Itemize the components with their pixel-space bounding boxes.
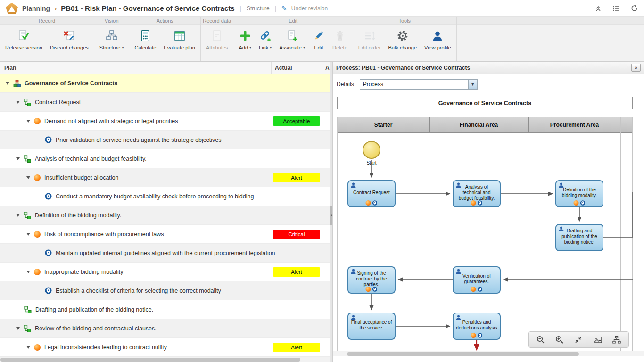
tree-row-control-budget-check[interactable]: Conduct a mandatory budget availability … <box>0 187 330 206</box>
hierarchy-icon[interactable] <box>609 333 625 346</box>
diagram-horizontal-scrollbar[interactable] <box>333 351 644 356</box>
view-profile-button[interactable]: View profile <box>421 25 455 60</box>
person-icon <box>351 315 356 321</box>
tree-row-risk-budget[interactable]: Insufficient budget allocation Alert <box>0 168 330 187</box>
zoom-in-icon[interactable] <box>552 333 568 346</box>
scrollbar-thumb[interactable] <box>347 352 579 356</box>
tree-row-risk-modality[interactable]: Inappropriate bidding modality Alert <box>0 263 330 281</box>
calculate-icon <box>139 29 151 43</box>
lane-header: Financial Area <box>429 117 528 133</box>
link-icon <box>259 29 272 43</box>
edit-order-button: Edit order <box>355 25 385 60</box>
lane-header <box>621 117 632 133</box>
breadcrumb[interactable]: Planning <box>22 5 50 12</box>
tree-row-control-guidelines[interactable]: Maintain updated internal guidelines ali… <box>0 244 330 263</box>
node-badges <box>471 333 483 338</box>
tree-row-risk-noncompliance[interactable]: Risk of noncompliance with procurement l… <box>0 225 330 244</box>
collapse-arrow-icon[interactable] <box>26 271 30 273</box>
node-badges <box>366 200 378 206</box>
node-penalties-analysis[interactable]: Penalties and deductions analysis <box>453 313 501 340</box>
risk-icon <box>471 200 476 206</box>
start-event[interactable] <box>363 141 380 159</box>
evaluate-plan-button[interactable]: Evaluate plan <box>160 25 199 60</box>
collapse-arrow-icon[interactable] <box>26 233 30 236</box>
collapse-arrow-icon[interactable] <box>26 346 30 349</box>
collapse-toolbar-icon[interactable] <box>594 4 603 13</box>
node-final-acceptance[interactable]: Final acceptance of the service. <box>347 313 396 340</box>
person-icon <box>559 226 564 233</box>
scrollbar-thumb[interactable] <box>0 358 300 362</box>
risk-icon <box>34 174 41 181</box>
collapse-arrow-icon[interactable] <box>26 120 30 123</box>
group-label: Vision <box>94 17 129 25</box>
list-view-icon[interactable] <box>612 4 620 13</box>
status-badge: Alert <box>273 267 320 277</box>
node-badges <box>366 287 378 292</box>
node-definition-modality[interactable]: Definition of the bidding modality. <box>555 180 603 207</box>
add-button[interactable]: Add▾ <box>235 25 255 60</box>
button-label: View profile <box>424 45 451 50</box>
refresh-icon[interactable] <box>630 4 638 13</box>
fit-screen-icon[interactable] <box>570 333 586 346</box>
discard-changes-button[interactable]: Discard changes <box>46 25 92 60</box>
page-title: PB01 - Risk Plan - Governance of Service… <box>61 4 234 12</box>
collapse-arrow-icon[interactable] <box>16 327 20 330</box>
tree-row-contract-request[interactable]: Contract Request <box>0 93 330 112</box>
button-label: Add <box>239 45 248 50</box>
bulk-change-button[interactable]: Bulk change <box>384 25 421 60</box>
tree-horizontal-scrollbar[interactable] <box>0 357 330 362</box>
release-version-button[interactable]: Release version <box>1 25 46 60</box>
tree-row-risk-nullity[interactable]: Legal inconsistencies leading to contrac… <box>0 338 330 357</box>
structure-button[interactable]: Structure▾ <box>96 25 128 60</box>
risk-icon <box>471 333 476 338</box>
link-button[interactable]: Link▾ <box>255 25 275 60</box>
node-label: Definition of the bidding modality. <box>558 187 601 198</box>
node-contract-request[interactable]: Contract Request <box>347 180 396 207</box>
discard-changes-icon <box>63 29 75 43</box>
collapse-arrow-icon[interactable] <box>16 157 20 160</box>
button-label: Edit order <box>358 45 381 50</box>
collapse-arrow-icon[interactable] <box>6 82 9 85</box>
node-signing-contract[interactable]: Signing of the contract by the parties. <box>347 266 396 294</box>
view-mode-label: Structure <box>247 5 270 12</box>
node-label: Signing of the contract by the parties. <box>350 271 393 288</box>
tree-row-analysis[interactable]: Analysis of technical and budget feasibi… <box>0 149 330 168</box>
header-actions <box>594 4 638 13</box>
details-select[interactable]: Process ▼ <box>360 79 478 90</box>
tree-row-control-checklist[interactable]: Establish a checklist of criteria for se… <box>0 281 330 300</box>
leaf-spacer <box>16 309 20 310</box>
tree-row-drafting[interactable]: Drafting and publication of the bidding … <box>0 300 330 319</box>
calculate-button[interactable]: Calculate <box>131 25 160 60</box>
edit-button[interactable]: Edit <box>309 25 329 60</box>
collapse-arrow-icon[interactable] <box>16 214 20 217</box>
process-panel-title: Process: PB01 - Governance of Service Co… <box>336 65 470 71</box>
associate-button[interactable]: Associate▾ <box>275 25 309 60</box>
risk-icon <box>34 344 41 351</box>
ribbon-toolbar: Record Release version Discard changes V… <box>0 17 644 62</box>
chevron-down-icon: ▾ <box>270 46 272 50</box>
node-verification-guarantees[interactable]: Verification of guarantees. <box>453 266 501 294</box>
chevron-down-icon: ▼ <box>468 80 477 89</box>
splitter-collapse-handle[interactable] <box>330 206 332 225</box>
zoom-out-icon[interactable] <box>533 333 549 346</box>
leaf-spacer <box>37 290 41 291</box>
button-label: Attributes <box>206 45 228 50</box>
gear-icon <box>396 29 409 43</box>
tree-row-review[interactable]: Review of the bidding and contractual cl… <box>0 319 330 338</box>
node-analysis-feasibility[interactable]: Analysis of technical and budget feasibi… <box>453 180 501 207</box>
group-label: Actions <box>129 17 200 25</box>
button-label: Release version <box>5 45 42 50</box>
row-label: Risk of noncompliance with procurement l… <box>44 231 164 238</box>
tree-row-definition[interactable]: Definition of the bidding modality. <box>0 206 330 225</box>
export-image-icon[interactable] <box>590 333 606 346</box>
node-drafting-notice[interactable]: Drafting and publication of the bidding … <box>555 224 603 251</box>
expand-panel-button[interactable]: » <box>631 64 641 72</box>
tree-row-risk-demand[interactable]: Demand not aligned with strategic or leg… <box>0 112 330 131</box>
column-plan: Plan <box>0 65 271 71</box>
tree-row-governance[interactable]: Governance of Service Contracts <box>0 74 330 93</box>
group-label: Edit <box>233 17 352 25</box>
row-label: Governance of Service Contracts <box>25 80 117 87</box>
tree-row-control-prior-validation[interactable]: Prior validation of service needs agains… <box>0 131 330 149</box>
collapse-arrow-icon[interactable] <box>16 101 20 104</box>
collapse-arrow-icon[interactable] <box>26 176 30 179</box>
